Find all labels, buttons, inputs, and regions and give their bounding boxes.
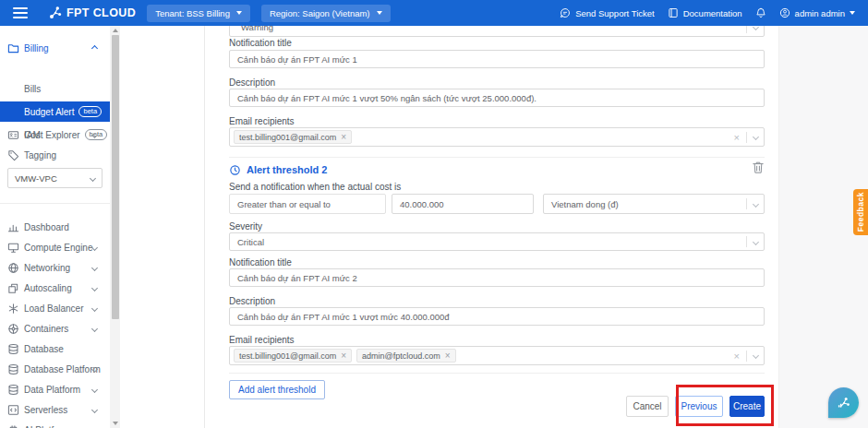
sidebar-menu-item[interactable]: Networking: [0, 258, 110, 277]
sidebar-menu-item[interactable]: Load Balancer: [0, 299, 110, 317]
notification-title-input-2[interactable]: Cảnh báo dự án FPT AI mức 2: [229, 268, 765, 287]
send-support-ticket-button[interactable]: Send Support Ticket: [560, 7, 655, 18]
notification-title-label-2: Notification title: [229, 257, 292, 268]
chip-icon: [7, 424, 19, 428]
chevron-down-icon: [753, 200, 759, 207]
sidebar-item-iam[interactable]: IAM: [0, 125, 110, 144]
sidebar-item-label: Tagging: [24, 150, 56, 160]
support-label: Send Support Ticket: [575, 8, 655, 18]
sidebar-menu-item[interactable]: Compute Engine: [0, 238, 110, 256]
sidebar-menu-item[interactable]: Autoscaling: [0, 279, 110, 297]
severity-select-threshold1[interactable]: Warning: [229, 26, 765, 37]
create-button[interactable]: Create: [729, 396, 765, 417]
sidebar-menu-item[interactable]: Database Platform: [0, 360, 110, 378]
remove-chip-icon[interactable]: ×: [341, 134, 346, 141]
notification-title-label-1: Notification title: [229, 38, 292, 48]
remove-chip-icon[interactable]: ×: [341, 352, 346, 360]
chevron-down-icon: [91, 386, 98, 392]
operator-select[interactable]: Greater than or equal to: [229, 194, 386, 214]
layers-icon: [7, 282, 19, 294]
email-chip-text: admin@fptcloud.com: [362, 351, 440, 361]
sidebar-item-label: Database: [24, 344, 64, 354]
description-label-1: Description: [229, 77, 275, 88]
chevron-down-icon: [91, 131, 98, 137]
support-chat-icon: [560, 7, 571, 18]
tenant-selector[interactable]: Tenant: BSS Billing: [147, 5, 250, 22]
sidebar-item-billing[interactable]: Billing: [0, 39, 110, 57]
description-value-2: Cảnh báo dự án FPT AI mức 1 vượt mức 40.…: [237, 312, 450, 322]
chevron-down-icon: [850, 11, 855, 15]
scrollbar-thumb[interactable]: [112, 35, 119, 319]
sidebar-subitem[interactable]: Bills: [0, 78, 110, 99]
bar-chart-icon: [7, 221, 19, 233]
cancel-button[interactable]: Cancel: [626, 396, 669, 417]
sidebar-menu-item[interactable]: Dashboard: [0, 218, 110, 236]
scroll-up-icon[interactable]: [113, 29, 118, 32]
notifications-bell-icon[interactable]: [755, 7, 766, 18]
chevron-down-icon: [91, 264, 98, 270]
section-divider: [229, 373, 765, 374]
hamburger-menu-icon[interactable]: [13, 7, 28, 18]
feedback-tab[interactable]: Feedback: [853, 189, 868, 235]
chevron-down-icon: [91, 244, 98, 250]
chevron-down-icon: [753, 26, 759, 30]
sidebar-menu-item[interactable]: Database: [0, 339, 110, 358]
clear-all-icon[interactable]: ×: [734, 351, 740, 361]
documentation-button[interactable]: Documentation: [668, 7, 742, 18]
clear-all-icon[interactable]: ×: [734, 133, 740, 142]
description-value-1: Cảnh báo dự án FPT AI mức 1 vượt 50% ngâ…: [237, 93, 536, 103]
email-recipients-input-2[interactable]: test.billing001@gmail.com × admin@fptclo…: [229, 346, 765, 365]
add-alert-threshold-button[interactable]: Add alert threshold: [229, 380, 325, 399]
currency-value: Vietnam dong (đ): [551, 199, 619, 209]
section-divider: [229, 157, 765, 158]
user-avatar-icon: [779, 7, 790, 18]
scroll-down-icon[interactable]: [113, 422, 118, 425]
user-menu[interactable]: admin admin: [779, 7, 855, 18]
chevron-down-icon[interactable]: [753, 352, 759, 359]
sidebar-menu-item[interactable]: Containers: [0, 319, 110, 338]
monitor-icon: [7, 242, 19, 254]
region-label: Region: Saigon (Vietnam): [270, 8, 370, 18]
vpc-selected-value: VMW-VPC: [15, 173, 57, 184]
sidebar-item-label: Serverless: [24, 405, 67, 415]
region-selector[interactable]: Region: Saigon (Vietnam): [261, 5, 391, 22]
remove-chip-icon[interactable]: ×: [445, 352, 451, 360]
notification-title-input-1[interactable]: Cảnh báo dự án FPT AI mức 1: [229, 50, 765, 68]
code-icon: [7, 404, 19, 416]
sidebar-menu-item[interactable]: Serverless: [0, 400, 110, 419]
chevron-down-icon: [90, 174, 96, 181]
amount-value: 40.000.000: [400, 199, 444, 209]
sidebar-divider: [0, 203, 110, 204]
logo-text: FPT CLOUD: [66, 6, 136, 19]
vpc-selector[interactable]: VMW-VPC: [7, 168, 102, 188]
sidebar-menu-item[interactable]: AI Platform: [0, 421, 110, 428]
previous-button[interactable]: Previous: [675, 396, 723, 417]
user-name: admin admin: [795, 8, 845, 18]
sidebar-subitem[interactable]: Budget Alert beta: [0, 101, 110, 122]
sidebar-menu-item[interactable]: Data Platform: [0, 380, 110, 398]
sidebar-item-label: Networking: [24, 263, 70, 273]
currency-select[interactable]: Vietnam dong (đ): [543, 194, 765, 214]
chat-assistant-button[interactable]: [828, 387, 859, 418]
sidebar-item-label: IAM: [24, 130, 41, 140]
id-card-icon: [7, 129, 19, 141]
chevron-down-icon: [91, 325, 98, 331]
form-footer: Cancel Previous Create: [626, 396, 765, 417]
description-input-2[interactable]: Cảnh báo dự án FPT AI mức 1 vượt mức 40.…: [229, 307, 765, 326]
tenant-label: Tenant: BSS Billing: [155, 8, 230, 18]
beta-badge: beta: [78, 106, 102, 117]
budget-alert-page: FPT CLOUD Tenant: BSS Billing Region: Sa…: [0, 0, 868, 428]
email-recipients-label-2: Email recipients: [229, 335, 295, 345]
amount-input[interactable]: 40.000.000: [392, 194, 534, 214]
operator-value: Greater than or equal to: [237, 199, 331, 209]
severity-select[interactable]: Critical: [229, 232, 765, 251]
chevron-down-icon[interactable]: [753, 134, 759, 140]
description-input-1[interactable]: Cảnh báo dự án FPT AI mức 1 vượt 50% ngâ…: [229, 89, 765, 107]
sidebar-scrollbar[interactable]: [110, 26, 120, 428]
email-recipients-input-1[interactable]: test.billing001@gmail.com × ×: [229, 127, 765, 147]
delete-threshold-button[interactable]: [752, 160, 765, 177]
sidebar-item-label: AI Platform: [24, 425, 69, 428]
email-chip: admin@fptcloud.com ×: [356, 349, 456, 363]
sidebar-item-tagging[interactable]: Tagging: [0, 146, 110, 164]
notification-title-value-1: Cảnh báo dự án FPT AI mức 1: [237, 54, 357, 65]
